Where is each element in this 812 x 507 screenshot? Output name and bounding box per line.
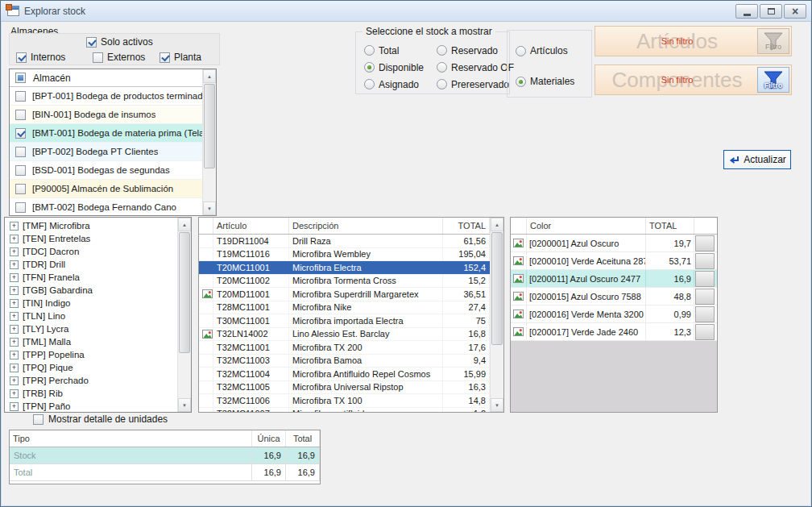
- color-detail-button[interactable]: [695, 271, 715, 287]
- warehouse-checkbox[interactable]: [15, 91, 26, 102]
- expand-icon[interactable]: +: [10, 312, 19, 321]
- minimize-button[interactable]: [735, 4, 758, 19]
- articles-column-header[interactable]: Artículo: [213, 218, 289, 234]
- warehouse-row[interactable]: [BSD-001] Bodegas de segundas: [10, 161, 202, 180]
- mostrar-detalle-checkbox[interactable]: Mostrar detalle de unidades: [33, 413, 168, 425]
- tree-item[interactable]: +[TPR] Perchado: [5, 374, 177, 387]
- warehouse-row[interactable]: [BMT-001] Bodega de materia prima (Telas…: [10, 124, 202, 143]
- componentes-filter-button[interactable]: Componentes Sin filtro Filtro: [594, 64, 792, 95]
- warehouse-checkbox[interactable]: [15, 147, 26, 157]
- articles-column-header[interactable]: TOTAL: [443, 218, 490, 234]
- color-row[interactable]: [0200016] Verde Menta 32000,99: [511, 305, 717, 323]
- scroll-up-arrow[interactable]: ▲: [491, 218, 503, 231]
- expand-icon[interactable]: +: [10, 376, 19, 385]
- tree-item[interactable]: +[TLY] Lycra: [5, 322, 177, 335]
- article-row[interactable]: T32MC11004Microfibra Antifluido Repel Co…: [199, 368, 490, 381]
- color-detail-button[interactable]: [695, 235, 715, 251]
- warehouse-checkbox[interactable]: [15, 202, 26, 213]
- color-detail-button[interactable]: [695, 324, 715, 340]
- article-row[interactable]: T19DR11004Drill Raza61,56: [199, 235, 490, 248]
- scroll-up-arrow[interactable]: ▲: [203, 69, 216, 83]
- color-row[interactable]: [0200001] Azul Oscuro19,7: [511, 235, 717, 252]
- expand-icon[interactable]: +: [10, 299, 19, 308]
- radio-reservado-of[interactable]: Reservado OF: [437, 59, 514, 76]
- warehouse-checkbox[interactable]: [15, 128, 26, 139]
- tree-item[interactable]: +[TFN] Franela: [5, 271, 177, 284]
- colors-column-header[interactable]: TOTAL: [646, 218, 694, 234]
- article-row[interactable]: T32MC11005Microfibra Universal Ripstop16…: [199, 381, 490, 395]
- color-row[interactable]: [0200017] Verde Jade 246012,3: [511, 323, 717, 341]
- color-detail-button[interactable]: [695, 253, 715, 269]
- expand-icon[interactable]: +: [10, 364, 19, 372]
- select-all-checkbox[interactable]: [15, 73, 26, 83]
- tree-item[interactable]: +[TML] Malla: [5, 335, 177, 348]
- expand-icon[interactable]: +: [10, 286, 19, 295]
- article-row[interactable]: T28MC11001Microfibra Nike27,4: [199, 301, 490, 315]
- checkbox-externos[interactable]: Externos: [93, 52, 145, 63]
- article-row[interactable]: T32MC11006Microfibra TX 10014,8: [199, 394, 490, 408]
- tree-item[interactable]: +[TMF] Microfibra: [5, 219, 177, 232]
- expand-icon[interactable]: +: [10, 235, 19, 243]
- expand-icon[interactable]: +: [10, 389, 19, 398]
- expand-icon[interactable]: +: [10, 247, 19, 256]
- tree-item[interactable]: +[TRB] Rib: [5, 387, 177, 400]
- summary-row[interactable]: Stock16,916,9: [10, 447, 320, 464]
- checkbox-planta[interactable]: Planta: [160, 52, 201, 63]
- expand-icon[interactable]: +: [10, 402, 19, 411]
- actualizar-button[interactable]: Actualizar: [723, 150, 791, 169]
- scroll-thumb[interactable]: [491, 232, 503, 345]
- tree-item[interactable]: +[TPN] Paño: [5, 400, 177, 412]
- article-row[interactable]: T20MC11001Microfibra Electra152,4: [199, 261, 490, 275]
- summary-column-header[interactable]: Total: [286, 430, 320, 447]
- article-row[interactable]: T32LN14002Lino Alessio Est. Barclay16,8: [199, 328, 490, 342]
- titlebar[interactable]: Explorar stock ×: [1, 1, 811, 22]
- expand-icon[interactable]: +: [10, 351, 19, 359]
- warehouse-row[interactable]: [P90005] Almacén de Sublimación: [10, 180, 202, 198]
- warehouse-checkbox[interactable]: [15, 184, 26, 194]
- componentes-funnel-button[interactable]: Filtro: [757, 67, 789, 93]
- warehouse-list-header[interactable]: Almacén: [10, 69, 216, 87]
- radio-prereservado[interactable]: Prereservado: [437, 76, 514, 93]
- warehouse-scrollbar[interactable]: ▲ ▼: [202, 69, 216, 215]
- radio-disponible[interactable]: Disponible: [364, 59, 435, 76]
- expand-icon[interactable]: +: [10, 338, 19, 347]
- radio-total[interactable]: Total: [364, 42, 435, 59]
- tree-item[interactable]: +[TEN] Entretelas: [5, 232, 177, 245]
- scroll-down-arrow[interactable]: ▼: [178, 398, 191, 412]
- close-button[interactable]: ×: [784, 4, 806, 19]
- tree-scrollbar[interactable]: ▲ ▼: [177, 218, 191, 412]
- color-row[interactable]: [0200011] Azul Oscuro 247716,9: [511, 270, 717, 288]
- warehouse-row[interactable]: [BPT-001] Bodega de productos terminad..…: [10, 87, 202, 106]
- scroll-up-arrow[interactable]: ▲: [178, 218, 191, 231]
- tree-item[interactable]: +[TPQ] Pique: [5, 361, 177, 374]
- tree-item[interactable]: +[TLN] Lino: [5, 310, 177, 322]
- scroll-thumb[interactable]: [204, 84, 215, 168]
- articles-column-header[interactable]: Descripción: [289, 218, 443, 234]
- scroll-down-arrow[interactable]: ▼: [203, 202, 216, 215]
- color-detail-button[interactable]: [695, 289, 715, 305]
- radio-reservado[interactable]: Reservado: [437, 42, 514, 59]
- checkbox-solo-activos[interactable]: Solo activos: [86, 36, 153, 48]
- summary-column-header[interactable]: Tipo: [10, 430, 252, 447]
- expand-icon[interactable]: +: [10, 273, 19, 282]
- radio-asignado[interactable]: Asignado: [364, 76, 435, 93]
- expand-icon[interactable]: +: [10, 325, 19, 334]
- articulos-filter-button[interactable]: Artículos Sin filtro Filtro: [594, 26, 792, 56]
- warehouse-row[interactable]: [BIN-001] Bodega de insumos: [10, 106, 202, 124]
- tree-item[interactable]: +[TDR] Drill: [5, 258, 177, 271]
- color-row[interactable]: [0200010] Verde Aceituna 287153,71: [511, 252, 717, 270]
- tree-item[interactable]: +[TGB] Gabardina: [5, 284, 177, 297]
- color-row[interactable]: [0200015] Azul Oscuro 758848,8: [511, 288, 717, 305]
- radio-materiales[interactable]: Materiales: [516, 76, 574, 87]
- radio-artículos[interactable]: Artículos: [516, 45, 568, 56]
- tree-item[interactable]: +[TDC] Dacron: [5, 245, 177, 258]
- articulos-funnel-button[interactable]: Filtro: [757, 28, 789, 54]
- scroll-thumb[interactable]: [179, 232, 190, 353]
- article-row[interactable]: T20MD11001Microfibra Superdrill Margaret…: [199, 288, 490, 301]
- articles-scrollbar[interactable]: ▲ ▼: [490, 218, 503, 412]
- warehouse-checkbox[interactable]: [15, 110, 26, 120]
- checkbox-internos[interactable]: Internos: [16, 52, 65, 63]
- article-row[interactable]: T19MC11016Microfibra Wembley195,04: [199, 248, 490, 262]
- warehouse-row[interactable]: [BPT-002] Bodega PT Clientes: [10, 143, 202, 161]
- expand-icon[interactable]: +: [10, 260, 19, 269]
